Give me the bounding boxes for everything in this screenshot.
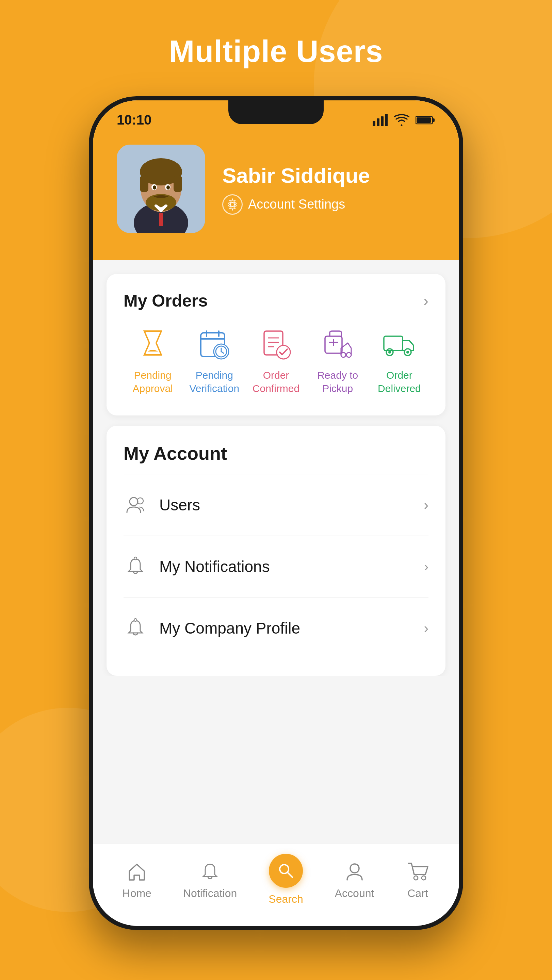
account-section-title: My Account	[124, 443, 428, 464]
svg-point-17	[153, 185, 156, 189]
bottom-nav: Home Notification	[93, 843, 459, 926]
orders-header[interactable]: My Orders ›	[124, 291, 428, 311]
signal-bars-icon	[373, 114, 388, 126]
svg-rect-5	[433, 118, 434, 122]
avatar	[117, 145, 205, 233]
bottom-spacer	[93, 676, 459, 689]
order-item-delivered[interactable]: OrderDelivered	[370, 328, 428, 395]
svg-rect-13	[173, 175, 182, 192]
svg-rect-19	[159, 213, 163, 226]
clock-check-icon	[196, 328, 233, 362]
svg-line-52	[287, 872, 292, 877]
company-chevron-icon[interactable]: ›	[424, 620, 428, 636]
menu-item-users[interactable]: Users ›	[124, 474, 428, 536]
svg-point-20	[231, 202, 234, 207]
notifications-label: My Notifications	[159, 557, 270, 576]
menu-item-users-left: Users	[124, 493, 200, 517]
orders-title: My Orders	[124, 291, 208, 311]
svg-point-55	[422, 876, 426, 880]
order-label-delivered: OrderDelivered	[378, 369, 421, 395]
nav-item-notification[interactable]: Notification	[183, 860, 237, 900]
menu-item-notifications[interactable]: My Notifications ›	[124, 536, 428, 597]
order-item-pending-approval[interactable]: PendingApproval	[124, 328, 182, 395]
svg-point-40	[347, 353, 351, 357]
pickup-icon	[319, 328, 356, 362]
svg-point-39	[341, 353, 346, 357]
svg-point-53	[350, 864, 359, 873]
avatar-image	[117, 145, 205, 233]
users-chevron-icon[interactable]: ›	[424, 498, 428, 513]
nav-item-account[interactable]: Account	[335, 860, 374, 900]
profile-name: Sabir Siddique	[222, 163, 370, 188]
notifications-chevron-icon[interactable]: ›	[424, 559, 428, 574]
orders-chevron-icon[interactable]: ›	[423, 292, 428, 309]
account-settings-link[interactable]: Account Settings	[222, 194, 370, 215]
status-icons	[373, 114, 435, 126]
order-item-pickup[interactable]: Ready toPickup	[309, 328, 367, 395]
svg-point-44	[388, 351, 391, 353]
order-label-pickup: Ready toPickup	[317, 369, 358, 395]
users-label: Users	[159, 496, 200, 514]
delivery-truck-icon	[380, 328, 418, 362]
order-label-confirmed: OrderConfirmed	[253, 369, 299, 395]
nav-label-account: Account	[335, 887, 374, 900]
svg-rect-2	[381, 116, 383, 126]
svg-point-49	[134, 557, 137, 560]
svg-rect-6	[417, 118, 431, 123]
wifi-icon	[394, 114, 409, 126]
page-title: Multiple Users	[169, 34, 383, 69]
users-icon	[124, 493, 147, 517]
order-label-pending-approval: PendingApproval	[132, 369, 173, 395]
svg-rect-1	[377, 118, 379, 126]
bell-icon	[124, 555, 147, 579]
status-time: 10:10	[117, 112, 151, 127]
battery-icon	[415, 115, 435, 125]
nav-label-home: Home	[122, 887, 151, 900]
phone-notch	[228, 100, 324, 124]
orders-grid: PendingApproval	[124, 328, 428, 395]
menu-item-company-profile[interactable]: My Company Profile ›	[124, 598, 428, 659]
nav-label-notification: Notification	[183, 887, 237, 900]
nav-label-cart: Cart	[407, 887, 428, 900]
svg-rect-41	[384, 336, 402, 350]
my-account-section: My Account Users	[107, 426, 445, 676]
svg-point-47	[130, 498, 138, 506]
main-content: My Orders › P	[93, 260, 459, 843]
order-item-confirmed[interactable]: OrderConfirmed	[247, 328, 305, 395]
cart-icon	[406, 860, 430, 884]
svg-point-18	[166, 185, 170, 189]
nav-label-search: Search	[269, 893, 303, 905]
company-profile-label: My Company Profile	[159, 619, 300, 637]
order-label-pending-verification: PendingVerification	[189, 369, 239, 395]
phone-frame: 10:10	[89, 96, 463, 930]
nav-item-cart[interactable]: Cart	[406, 860, 430, 900]
profile-info: Sabir Siddique Account Settings	[222, 163, 370, 215]
account-settings-label: Account Settings	[248, 197, 345, 212]
phone-screen: 10:10	[93, 100, 459, 926]
order-item-pending-verification[interactable]: PendingVerification	[185, 328, 243, 395]
nav-item-home[interactable]: Home	[122, 860, 151, 900]
company-bell-icon	[124, 616, 147, 640]
svg-rect-3	[385, 114, 388, 126]
svg-rect-0	[373, 121, 375, 126]
svg-point-54	[414, 876, 418, 880]
order-confirmed-icon	[257, 328, 295, 362]
account-icon	[343, 860, 366, 884]
nav-item-search[interactable]: Search	[269, 854, 303, 905]
home-icon	[125, 860, 149, 884]
svg-point-50	[134, 619, 137, 621]
menu-item-notifications-left: My Notifications	[124, 555, 270, 579]
search-icon-circle	[269, 854, 303, 888]
notification-icon	[198, 860, 222, 884]
profile-section: Sabir Siddique Account Settings	[93, 127, 459, 260]
orders-card[interactable]: My Orders › P	[107, 274, 445, 415]
svg-point-45	[406, 351, 409, 353]
menu-item-company-left: My Company Profile	[124, 616, 300, 640]
settings-icon	[222, 194, 243, 215]
svg-rect-12	[140, 175, 148, 192]
hourglass-icon	[134, 328, 172, 362]
